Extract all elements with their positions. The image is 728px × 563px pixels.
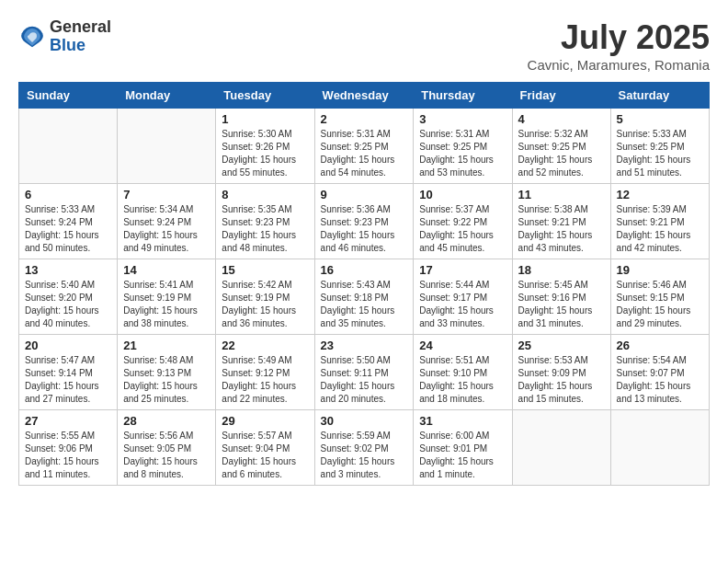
calendar-cell: 23Sunrise: 5:50 AMSunset: 9:11 PMDayligh… <box>314 335 414 410</box>
calendar-cell: 24Sunrise: 5:51 AMSunset: 9:10 PMDayligh… <box>414 335 512 410</box>
calendar-cell: 2Sunrise: 5:31 AMSunset: 9:25 PMDaylight… <box>314 109 414 184</box>
calendar-cell: 9Sunrise: 5:36 AMSunset: 9:23 PMDaylight… <box>314 184 414 259</box>
day-number: 1 <box>222 112 308 126</box>
calendar-cell: 4Sunrise: 5:32 AMSunset: 9:25 PMDaylight… <box>512 109 610 184</box>
day-number: 12 <box>617 188 703 201</box>
calendar-cell: 22Sunrise: 5:49 AMSunset: 9:12 PMDayligh… <box>216 335 314 410</box>
day-number: 24 <box>419 339 506 352</box>
day-info: Sunrise: 5:46 AMSunset: 9:15 PMDaylight:… <box>617 279 703 330</box>
day-info: Sunrise: 5:39 AMSunset: 9:21 PMDaylight:… <box>617 203 703 255</box>
day-info: Sunrise: 5:45 AMSunset: 9:16 PMDaylight:… <box>518 279 605 330</box>
logo: General Blue <box>18 18 111 55</box>
calendar-cell: 1Sunrise: 5:30 AMSunset: 9:26 PMDaylight… <box>216 109 314 184</box>
day-info: Sunrise: 5:40 AMSunset: 9:20 PMDaylight:… <box>25 279 111 330</box>
day-number: 19 <box>617 263 703 277</box>
calendar-cell: 6Sunrise: 5:33 AMSunset: 9:24 PMDaylight… <box>19 184 118 259</box>
calendar-cell: 5Sunrise: 5:33 AMSunset: 9:25 PMDaylight… <box>610 109 709 184</box>
day-info: Sunrise: 5:34 AMSunset: 9:24 PMDaylight:… <box>123 203 210 255</box>
weekday-header-saturday: Saturday <box>610 83 709 109</box>
weekday-header-friday: Friday <box>512 83 610 109</box>
weekday-header-sunday: Sunday <box>19 83 118 109</box>
day-number: 2 <box>321 112 408 126</box>
calendar-cell: 12Sunrise: 5:39 AMSunset: 9:21 PMDayligh… <box>610 184 709 259</box>
day-info: Sunrise: 5:53 AMSunset: 9:09 PMDaylight:… <box>518 354 605 406</box>
weekday-header-thursday: Thursday <box>414 83 512 109</box>
day-number: 14 <box>123 263 210 277</box>
day-info: Sunrise: 5:31 AMSunset: 9:25 PMDaylight:… <box>419 128 506 179</box>
calendar-cell: 19Sunrise: 5:46 AMSunset: 9:15 PMDayligh… <box>610 259 709 335</box>
day-info: Sunrise: 5:55 AMSunset: 9:06 PMDaylight:… <box>25 430 111 481</box>
calendar-cell: 27Sunrise: 5:55 AMSunset: 9:06 PMDayligh… <box>19 410 118 486</box>
day-number: 16 <box>321 263 408 277</box>
day-info: Sunrise: 5:42 AMSunset: 9:19 PMDaylight:… <box>222 279 308 330</box>
calendar-cell: 30Sunrise: 5:59 AMSunset: 9:02 PMDayligh… <box>314 410 414 486</box>
calendar-week-1: 1Sunrise: 5:30 AMSunset: 9:26 PMDaylight… <box>19 109 710 184</box>
weekday-header-monday: Monday <box>118 83 216 109</box>
day-info: Sunrise: 5:51 AMSunset: 9:10 PMDaylight:… <box>419 354 506 406</box>
day-info: Sunrise: 5:50 AMSunset: 9:11 PMDaylight:… <box>321 354 408 406</box>
day-number: 4 <box>518 112 605 126</box>
day-number: 30 <box>321 414 408 428</box>
day-number: 23 <box>321 339 408 352</box>
day-number: 3 <box>419 112 506 126</box>
day-number: 13 <box>25 263 111 277</box>
day-info: Sunrise: 5:59 AMSunset: 9:02 PMDaylight:… <box>321 430 408 481</box>
calendar-cell: 28Sunrise: 5:56 AMSunset: 9:05 PMDayligh… <box>118 410 216 486</box>
day-info: Sunrise: 5:35 AMSunset: 9:23 PMDaylight:… <box>222 203 308 255</box>
calendar-cell: 17Sunrise: 5:44 AMSunset: 9:17 PMDayligh… <box>414 259 512 335</box>
calendar-cell: 10Sunrise: 5:37 AMSunset: 9:22 PMDayligh… <box>414 184 512 259</box>
day-number: 5 <box>617 112 703 126</box>
day-info: Sunrise: 5:44 AMSunset: 9:17 PMDaylight:… <box>419 279 506 330</box>
calendar-cell: 31Sunrise: 6:00 AMSunset: 9:01 PMDayligh… <box>414 410 512 486</box>
calendar-cell <box>118 109 216 184</box>
calendar-cell: 3Sunrise: 5:31 AMSunset: 9:25 PMDaylight… <box>414 109 512 184</box>
day-number: 20 <box>25 339 111 352</box>
weekday-header-tuesday: Tuesday <box>216 83 314 109</box>
day-number: 6 <box>25 188 111 201</box>
calendar-cell: 11Sunrise: 5:38 AMSunset: 9:21 PMDayligh… <box>512 184 610 259</box>
logo-icon <box>18 23 46 51</box>
day-number: 17 <box>419 263 506 277</box>
calendar-cell: 26Sunrise: 5:54 AMSunset: 9:07 PMDayligh… <box>610 335 709 410</box>
calendar-cell: 14Sunrise: 5:41 AMSunset: 9:19 PMDayligh… <box>118 259 216 335</box>
day-number: 11 <box>518 188 605 201</box>
day-number: 25 <box>518 339 605 352</box>
calendar-cell: 8Sunrise: 5:35 AMSunset: 9:23 PMDaylight… <box>216 184 314 259</box>
day-number: 10 <box>419 188 506 201</box>
logo-blue-text: Blue <box>50 37 111 55</box>
day-info: Sunrise: 5:49 AMSunset: 9:12 PMDaylight:… <box>222 354 308 406</box>
day-info: Sunrise: 5:54 AMSunset: 9:07 PMDaylight:… <box>617 354 703 406</box>
weekday-header-wednesday: Wednesday <box>314 83 414 109</box>
calendar-week-3: 13Sunrise: 5:40 AMSunset: 9:20 PMDayligh… <box>19 259 710 335</box>
day-number: 27 <box>25 414 111 428</box>
weekday-header-row: SundayMondayTuesdayWednesdayThursdayFrid… <box>19 83 710 109</box>
title-section: July 2025 Cavnic, Maramures, Romania <box>528 18 710 73</box>
calendar-cell <box>610 410 709 486</box>
day-number: 7 <box>123 188 210 201</box>
calendar-cell: 7Sunrise: 5:34 AMSunset: 9:24 PMDaylight… <box>118 184 216 259</box>
day-info: Sunrise: 5:33 AMSunset: 9:24 PMDaylight:… <box>25 203 111 255</box>
calendar-cell: 21Sunrise: 5:48 AMSunset: 9:13 PMDayligh… <box>118 335 216 410</box>
day-number: 9 <box>321 188 408 201</box>
day-info: Sunrise: 5:38 AMSunset: 9:21 PMDaylight:… <box>518 203 605 255</box>
day-info: Sunrise: 5:36 AMSunset: 9:23 PMDaylight:… <box>321 203 408 255</box>
location-text: Cavnic, Maramures, Romania <box>528 57 710 73</box>
calendar-cell: 18Sunrise: 5:45 AMSunset: 9:16 PMDayligh… <box>512 259 610 335</box>
day-number: 18 <box>518 263 605 277</box>
calendar-cell: 13Sunrise: 5:40 AMSunset: 9:20 PMDayligh… <box>19 259 118 335</box>
day-number: 21 <box>123 339 210 352</box>
calendar-cell <box>512 410 610 486</box>
day-info: Sunrise: 5:56 AMSunset: 9:05 PMDaylight:… <box>123 430 210 481</box>
day-info: Sunrise: 5:30 AMSunset: 9:26 PMDaylight:… <box>222 128 308 179</box>
day-info: Sunrise: 5:57 AMSunset: 9:04 PMDaylight:… <box>222 430 308 481</box>
day-info: Sunrise: 5:43 AMSunset: 9:18 PMDaylight:… <box>321 279 408 330</box>
calendar-cell: 25Sunrise: 5:53 AMSunset: 9:09 PMDayligh… <box>512 335 610 410</box>
day-info: Sunrise: 5:37 AMSunset: 9:22 PMDaylight:… <box>419 203 506 255</box>
logo-text: General Blue <box>50 18 111 55</box>
page-header: General Blue July 2025 Cavnic, Maramures… <box>18 18 710 73</box>
calendar-cell: 20Sunrise: 5:47 AMSunset: 9:14 PMDayligh… <box>19 335 118 410</box>
logo-general-text: General <box>50 18 111 37</box>
calendar-week-5: 27Sunrise: 5:55 AMSunset: 9:06 PMDayligh… <box>19 410 710 486</box>
day-number: 28 <box>123 414 210 428</box>
month-year-title: July 2025 <box>528 18 710 57</box>
